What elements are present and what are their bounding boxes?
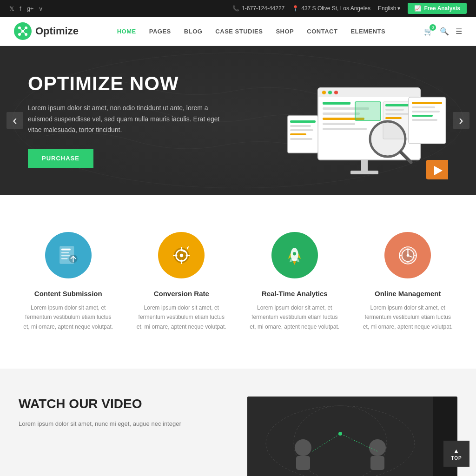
svg-rect-20 — [323, 123, 355, 125]
svg-rect-30 — [350, 171, 378, 174]
top-bar-right: 📞 1-677-124-44227 📍 437 S Olive St, Los … — [232, 3, 467, 14]
feature-4-desc: Lorem ipsum dolor sit amet, et fermentum… — [363, 303, 453, 331]
nav-blog[interactable]: BLOG — [184, 28, 203, 35]
svg-rect-90 — [370, 456, 384, 470]
top-bar: 𝕏 f g+ v 📞 1-677-124-44227 📍 437 S Olive… — [0, 0, 476, 17]
hero-illustration — [244, 60, 448, 195]
social-googleplus[interactable]: g+ — [27, 5, 34, 12]
language-label: English — [378, 5, 396, 12]
video-section: WATCH OUR VIDEO Lorem ipsum dolor sit am… — [0, 369, 476, 476]
cta-label: Free Analysis — [424, 5, 460, 12]
svg-rect-12 — [318, 88, 420, 97]
video-text: WATCH OUR VIDEO Lorem ipsum dolor sit am… — [19, 397, 229, 429]
feature-2-title: Conversion Rate — [137, 290, 227, 298]
search-icon[interactable]: 🔍 — [440, 27, 449, 36]
svg-marker-73 — [298, 253, 301, 259]
svg-rect-21 — [323, 128, 367, 130]
svg-rect-25 — [385, 104, 411, 106]
svg-rect-29 — [361, 160, 368, 172]
nav-icons: 🛒 0 🔍 ☰ — [424, 27, 462, 36]
feature-management: Online Management Lorem ipsum dolor sit … — [358, 227, 458, 336]
cart-icon[interactable]: 🛒 0 — [424, 27, 433, 36]
feature-analytics: Real-Time Analytics Lorem ipsum dolor si… — [245, 227, 344, 336]
chevron-down-icon: ▾ — [397, 5, 400, 12]
hero-content: OPTIMIZE NOW Lorem ipsum dolor sit amet,… — [28, 73, 232, 168]
svg-rect-39 — [290, 125, 311, 127]
hero-section: ‹ OPTIMIZE NOW Lorem ipsum dolor sit ame… — [0, 46, 476, 195]
svg-point-13 — [322, 91, 326, 94]
slider-prev[interactable]: ‹ — [7, 112, 23, 129]
svg-rect-28 — [385, 117, 402, 119]
logo-text: Optimize — [35, 25, 79, 37]
svg-marker-68 — [186, 246, 189, 249]
svg-rect-41 — [290, 133, 306, 135]
slider-next[interactable]: › — [453, 112, 469, 129]
feature-4-title: Online Management — [363, 290, 453, 298]
chart-icon: 📈 — [414, 5, 421, 12]
svg-rect-53 — [61, 252, 69, 253]
features-section: Content Submission Lorem ipsum dolor sit… — [0, 195, 476, 369]
svg-rect-47 — [412, 115, 433, 117]
logo-icon — [14, 22, 32, 40]
video-bg-svg — [247, 397, 433, 476]
purchase-button[interactable]: PURCHASE — [28, 149, 93, 168]
svg-rect-46 — [412, 111, 440, 112]
feature-1-title: Content Submission — [23, 290, 113, 298]
svg-point-15 — [334, 91, 338, 94]
address-info: 📍 437 S Olive St, Los Angeles — [292, 5, 370, 12]
features-grid: Content Submission Lorem ipsum dolor sit… — [19, 227, 457, 336]
nav-shop[interactable]: SHOP — [276, 28, 294, 35]
nav-case-studies[interactable]: CASE STUDIES — [215, 28, 263, 35]
svg-marker-74 — [293, 261, 296, 264]
svg-point-71 — [293, 252, 296, 255]
svg-rect-52 — [61, 248, 71, 250]
hero-title: OPTIMIZE NOW — [28, 73, 232, 94]
svg-rect-45 — [412, 106, 435, 108]
main-nav: HOME PAGES BLOG CASE STUDIES SHOP CONTAC… — [117, 28, 385, 35]
svg-rect-38 — [290, 120, 316, 123]
menu-icon[interactable]: ☰ — [456, 27, 462, 36]
conversion-rate-icon — [158, 232, 205, 278]
svg-rect-44 — [412, 102, 442, 104]
svg-rect-22 — [355, 102, 381, 120]
back-to-top-label: TOP — [451, 456, 462, 461]
social-twitter[interactable]: 𝕏 — [9, 5, 14, 12]
video-thumbnail[interactable] — [247, 397, 457, 476]
svg-rect-40 — [290, 129, 313, 131]
feature-3-title: Real-Time Analytics — [250, 290, 340, 298]
nav-home[interactable]: HOME — [117, 28, 136, 35]
cart-badge: 0 — [430, 24, 436, 31]
video-description: Lorem ipsum dolor sit amet, nunc mi eget… — [19, 419, 229, 429]
free-analysis-button[interactable]: 📈 Free Analysis — [408, 3, 467, 14]
svg-rect-84 — [247, 397, 433, 476]
feature-3-desc: Lorem ipsum dolor sit amet, et fermentum… — [250, 303, 340, 331]
social-vimeo[interactable]: v — [39, 5, 42, 12]
logo[interactable]: Optimize — [14, 22, 79, 40]
svg-point-66 — [180, 253, 183, 257]
back-to-top-button[interactable]: ▲ TOP — [443, 441, 469, 467]
management-icon — [384, 232, 431, 278]
nav-contact[interactable]: CONTACT — [307, 28, 337, 35]
svg-rect-48 — [412, 119, 437, 121]
phone-info: 📞 1-677-124-44227 — [232, 5, 284, 12]
feature-2-desc: Lorem ipsum dolor sit amet, et fermentum… — [137, 303, 227, 331]
svg-rect-26 — [385, 109, 404, 111]
content-submission-icon — [45, 232, 92, 278]
video-title: WATCH OUR VIDEO — [19, 397, 229, 411]
svg-point-89 — [369, 439, 386, 456]
svg-marker-72 — [288, 253, 291, 259]
svg-rect-42 — [290, 138, 312, 140]
social-facebook[interactable]: f — [20, 5, 21, 12]
phone-icon: 📞 — [232, 5, 239, 12]
svg-rect-18 — [323, 112, 360, 115]
phone-number: 1-677-124-44227 — [242, 5, 284, 12]
nav-elements[interactable]: ELEMENTS — [350, 28, 385, 35]
svg-rect-54 — [61, 255, 70, 256]
back-to-top-arrow: ▲ — [453, 447, 460, 455]
nav-pages[interactable]: PAGES — [149, 28, 171, 35]
svg-rect-88 — [296, 456, 310, 470]
feature-conversion-rate: Conversion Rate Lorem ipsum dolor sit am… — [132, 227, 231, 336]
feature-content-submission: Content Submission Lorem ipsum dolor sit… — [19, 227, 118, 336]
location-icon: 📍 — [292, 5, 299, 12]
language-selector[interactable]: English ▾ — [378, 5, 400, 12]
